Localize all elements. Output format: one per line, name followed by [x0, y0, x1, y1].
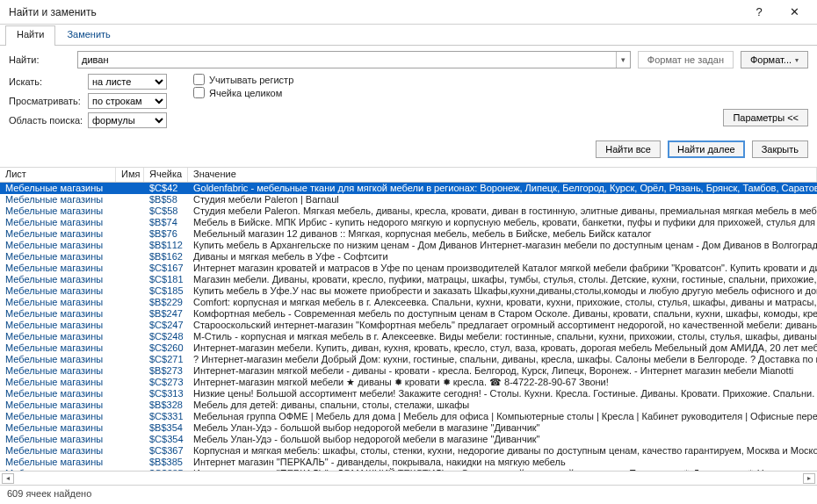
col-name[interactable]: Имя: [116, 168, 144, 182]
table-row[interactable]: Мебельные магазины$B$74Мебель в Бийске. …: [0, 217, 817, 228]
table-row[interactable]: Мебельные магазины$C$247Старооскольский …: [0, 320, 817, 331]
table-row[interactable]: Мебельные магазины$C$367Корпусная и мягк…: [0, 445, 817, 457]
table-row[interactable]: Мебельные магазины$B$247Комфортная мебел…: [0, 308, 817, 320]
table-row[interactable]: Мебельные магазины$C$181Магазин мебели. …: [0, 274, 817, 285]
params-button[interactable]: Параметры <<: [723, 109, 808, 126]
table-row[interactable]: Мебельные магазины$C$185Купить мебель в …: [0, 285, 817, 297]
help-icon[interactable]: ?: [741, 0, 777, 25]
table-row[interactable]: Мебельные магазины$B$354Мебель Улан-Удэ …: [0, 422, 817, 434]
order-select[interactable]: по строкам: [88, 93, 167, 109]
col-sheet[interactable]: Лист: [0, 168, 116, 182]
table-row[interactable]: Мебельные магазины$B$229Comfort: корпусн…: [0, 297, 817, 308]
col-cell[interactable]: Ячейка: [144, 168, 188, 182]
table-row[interactable]: Мебельные магазины$C$58Студия мебели Pal…: [0, 205, 817, 217]
table-row[interactable]: Мебельные магазины$C$271? Интернет-магаз…: [0, 354, 817, 365]
whole-checkbox[interactable]: Ячейка целиком: [193, 87, 293, 98]
table-row[interactable]: Мебельные магазины$C$260Интернет-магазин…: [0, 342, 817, 354]
find-next-button[interactable]: Найти далее: [668, 140, 745, 158]
close-icon[interactable]: ✕: [777, 0, 812, 25]
find-input[interactable]: [77, 51, 631, 68]
find-all-button[interactable]: Найти все: [596, 140, 661, 158]
table-row[interactable]: Мебельные магазины$B$162Диваны и мягкая …: [0, 251, 817, 263]
format-unset: Формат не задан: [638, 51, 734, 68]
table-row[interactable]: Мебельные магазины$B$76Мебельный магазин…: [0, 228, 817, 240]
table-row[interactable]: Мебельные магазины$C$313Низкие цены! Бол…: [0, 388, 817, 400]
col-value[interactable]: Значение: [188, 168, 817, 182]
table-row[interactable]: Мебельные магазины$C$273Интернет-магазин…: [0, 377, 817, 388]
scroll-right-icon[interactable]: ▸: [803, 473, 815, 484]
table-row[interactable]: Мебельные магазины$C$385Интернет магазин…: [0, 468, 817, 471]
format-button[interactable]: Формат...: [741, 51, 808, 68]
scroll-left-icon[interactable]: ◂: [2, 473, 14, 484]
close-button[interactable]: Закрыть: [752, 140, 808, 158]
find-label: Найти:: [9, 54, 70, 65]
table-row[interactable]: Мебельные магазины$B$58Студия мебели Pal…: [0, 194, 817, 205]
table-row[interactable]: Мебельные магазины$C$331Мебельная группа…: [0, 411, 817, 422]
table-row[interactable]: Мебельные магазины$B$273Интернет-магазин…: [0, 365, 817, 377]
tab-find[interactable]: Найти: [5, 25, 55, 46]
table-row[interactable]: Мебельные магазины$C$42Goldenfabric - ме…: [0, 183, 817, 194]
table-row[interactable]: Мебельные магазины$C$354Мебель Улан-Удэ …: [0, 434, 817, 445]
order-label: Просматривать:: [9, 96, 88, 106]
status-bar: 609 ячеек найдено: [0, 485, 817, 500]
scope-select[interactable]: на листе: [88, 74, 167, 90]
table-row[interactable]: Мебельные магазины$B$328Мебель для детей…: [0, 400, 817, 411]
area-label: Область поиска:: [9, 115, 88, 126]
case-checkbox[interactable]: Учитывать регистр: [193, 74, 293, 85]
table-row[interactable]: Мебельные магазины$C$248М-Стиль - корпус…: [0, 331, 817, 342]
window-title: Найти и заменить: [9, 6, 741, 18]
table-row[interactable]: Мебельные магазины$B$385Интернет магазин…: [0, 457, 817, 468]
find-history-dropdown[interactable]: ▾: [616, 52, 630, 68]
scope-label: Искать:: [9, 76, 88, 87]
table-row[interactable]: Мебельные магазины$B$112Купить мебель в …: [0, 240, 817, 251]
tab-replace[interactable]: Заменить: [55, 25, 121, 46]
area-select[interactable]: формулы: [88, 112, 167, 128]
table-row[interactable]: Мебельные магазины$C$167Интернет магазин…: [0, 263, 817, 274]
